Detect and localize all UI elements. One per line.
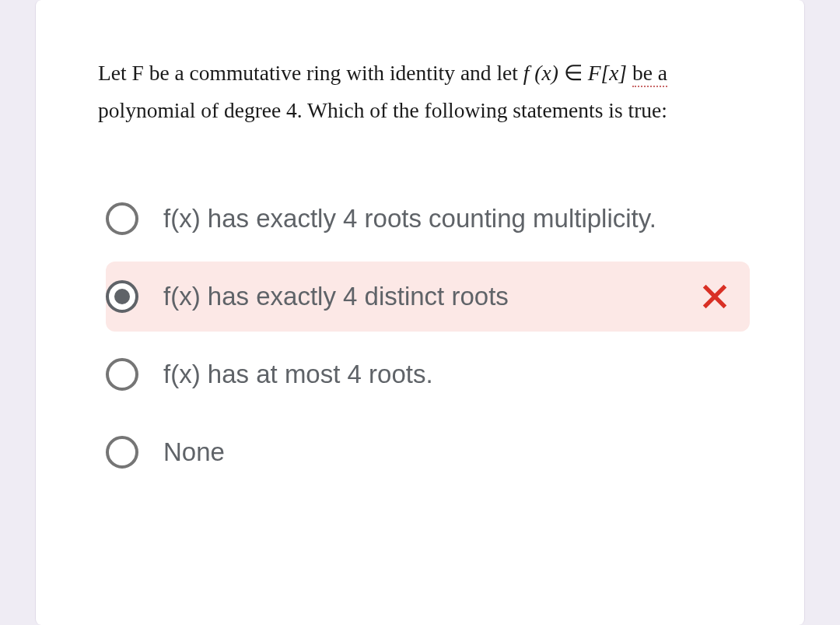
- question-elem: ∈: [558, 61, 588, 85]
- option-1-label: f(x) has exactly 4 roots counting multip…: [163, 200, 730, 237]
- option-2[interactable]: f(x) has exactly 4 distinct roots: [106, 262, 750, 332]
- question-set: F[x]: [588, 61, 627, 85]
- option-1[interactable]: f(x) has exactly 4 roots counting multip…: [106, 184, 750, 254]
- radio-unchecked-icon: [106, 202, 138, 235]
- incorrect-x-icon: [699, 281, 730, 312]
- option-4[interactable]: None: [106, 417, 750, 487]
- question-line2: polynomial of degree 4. Which of the fol…: [98, 98, 667, 122]
- radio-unchecked-icon: [106, 358, 138, 391]
- radio-unchecked-icon: [106, 436, 138, 469]
- option-2-label: f(x) has exactly 4 distinct roots: [163, 278, 684, 315]
- option-3-label: f(x) has at most 4 roots.: [163, 356, 730, 393]
- question-be-a: be a: [632, 61, 667, 87]
- question-text: Let F be a commutative ring with identit…: [63, 54, 777, 129]
- radio-inner-dot: [114, 289, 130, 304]
- option-3[interactable]: f(x) has at most 4 roots.: [106, 339, 750, 409]
- question-fx: f (x): [523, 61, 558, 85]
- radio-checked-icon: [106, 280, 138, 313]
- option-4-label: None: [163, 434, 730, 471]
- options-group: f(x) has exactly 4 roots counting multip…: [63, 184, 777, 487]
- question-card: Let F be a commutative ring with identit…: [35, 0, 805, 625]
- question-line1-pre: Let F be a commutative ring with identit…: [98, 61, 523, 85]
